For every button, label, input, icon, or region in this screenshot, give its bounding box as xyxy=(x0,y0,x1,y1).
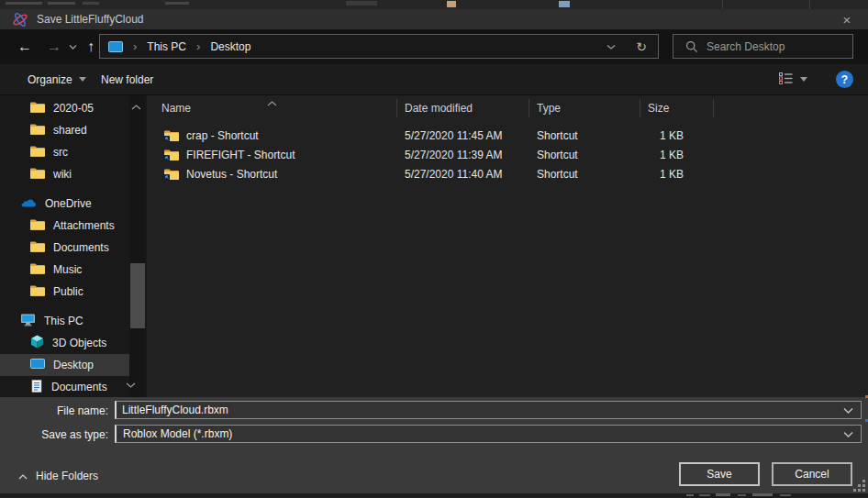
background-fragment xyxy=(699,494,710,496)
column-header-size[interactable]: Size xyxy=(648,102,669,115)
column-header-type[interactable]: Type xyxy=(537,102,561,115)
file-size: 1 KB xyxy=(592,145,684,164)
sidebar-item-label: OneDrive xyxy=(45,197,92,210)
sidebar-scrollbar-track[interactable] xyxy=(129,95,145,397)
sidebar-item-2020-05[interactable]: 2020-05 xyxy=(0,97,129,119)
cancel-button[interactable]: Cancel xyxy=(772,462,852,486)
address-dropdown-chevron-icon[interactable] xyxy=(597,44,625,50)
sidebar-item-label: Attachments xyxy=(53,219,115,232)
novetus-app-icon xyxy=(12,12,28,28)
shortcut-folder-icon xyxy=(163,164,180,183)
scroll-up-icon[interactable] xyxy=(131,100,141,113)
computer-icon xyxy=(20,314,36,329)
file-type: Shortcut xyxy=(537,164,578,183)
chevron-down-icon[interactable] xyxy=(843,431,853,437)
background-fragment xyxy=(48,2,75,5)
organize-button[interactable]: Organize xyxy=(28,64,86,94)
hide-folders-button[interactable]: Hide Folders xyxy=(18,470,98,482)
folder-tree-sidebar: 2020-05 shared src wiki OneDrive Attac xyxy=(0,95,147,397)
search-input[interactable] xyxy=(707,40,852,53)
new-folder-label: New folder xyxy=(101,73,153,86)
refresh-button[interactable]: ↻ xyxy=(625,39,658,54)
sidebar-item-src[interactable]: src xyxy=(0,141,129,163)
file-date-modified: 5/27/2020 11:40 AM xyxy=(405,164,503,183)
resize-grip-icon[interactable] xyxy=(862,489,865,492)
save-as-type-label: Save as type: xyxy=(0,428,108,441)
folder-icon xyxy=(30,146,45,160)
breadcrumb-desktop[interactable]: Desktop xyxy=(210,40,250,53)
hide-folders-label: Hide Folders xyxy=(36,470,98,482)
file-row-crap-shortcut[interactable]: crap - Shortcut 5/27/2020 11:45 AM Short… xyxy=(148,126,868,145)
background-fragment xyxy=(6,2,42,5)
3d-cube-icon xyxy=(30,335,44,351)
sidebar-item-label: Documents xyxy=(51,381,107,393)
column-divider[interactable] xyxy=(396,99,397,117)
column-divider[interactable] xyxy=(640,99,640,117)
background-divider xyxy=(722,0,723,9)
folder-icon xyxy=(30,263,45,277)
breadcrumb-separator-icon: › xyxy=(133,39,137,53)
help-button[interactable]: ? xyxy=(836,71,853,88)
back-button[interactable]: ← xyxy=(11,29,39,64)
column-header-date-modified[interactable]: Date modified xyxy=(405,102,473,115)
file-row-novetus-shortcut[interactable]: Novetus - Shortcut 5/27/2020 11:40 AM Sh… xyxy=(148,164,868,183)
sidebar-item-label: 3D Objects xyxy=(52,337,106,349)
forward-button[interactable]: → xyxy=(40,29,68,64)
save-button[interactable]: Save xyxy=(679,462,760,486)
organize-label: Organize xyxy=(28,73,72,86)
title-bar[interactable]: Save LittleFluffyCloud × xyxy=(0,9,868,29)
breadcrumb-this-pc[interactable]: This PC xyxy=(147,40,186,53)
details-view-icon xyxy=(779,72,793,87)
search-box[interactable] xyxy=(673,34,853,59)
sidebar-item-music[interactable]: Music xyxy=(0,259,129,281)
chevron-down-icon[interactable] xyxy=(843,407,853,414)
file-date-modified: 5/27/2020 11:45 AM xyxy=(405,126,503,145)
save-as-type-value: Roblox Model (*.rbxm) xyxy=(117,427,232,440)
sidebar-scrollbar-thumb[interactable] xyxy=(130,263,145,328)
column-divider[interactable] xyxy=(713,99,714,117)
resize-grip-icon[interactable] xyxy=(858,489,861,492)
sidebar-item-label: 2020-05 xyxy=(53,102,94,115)
folder-icon xyxy=(30,102,45,116)
file-name: crap - Shortcut xyxy=(186,126,259,145)
sidebar-item-3d-objects[interactable]: 3D Objects xyxy=(0,332,129,354)
background-window-top-strip xyxy=(0,0,868,9)
close-button[interactable]: × xyxy=(831,9,862,29)
resize-grip-icon[interactable] xyxy=(862,484,865,487)
sidebar-item-label: This PC xyxy=(44,315,83,327)
resize-grip-icon[interactable] xyxy=(858,484,861,487)
file-name: FIREFIGHT - Shortcut xyxy=(186,145,295,164)
column-header-name[interactable]: Name xyxy=(161,102,191,115)
sidebar-item-this-pc[interactable]: This PC xyxy=(0,310,129,332)
sidebar-item-documents[interactable]: Documents xyxy=(0,376,129,398)
sidebar-item-onedrive[interactable]: OneDrive xyxy=(0,193,129,215)
folder-icon xyxy=(30,241,45,255)
save-as-type-combobox[interactable]: Roblox Model (*.rbxm) xyxy=(115,425,862,443)
shortcut-folder-icon xyxy=(163,145,180,164)
sidebar-item-documents-onedrive[interactable]: Documents xyxy=(0,237,129,259)
sidebar-item-label: Desktop xyxy=(53,359,94,371)
file-name-input[interactable] xyxy=(117,403,861,417)
background-fragment xyxy=(346,1,377,6)
address-bar[interactable]: › This PC › Desktop ↻ xyxy=(99,34,659,59)
sidebar-item-shared[interactable]: shared xyxy=(0,119,129,141)
file-row-firefight-shortcut[interactable]: FIREFIGHT - Shortcut 5/27/2020 11:39 AM … xyxy=(148,145,868,164)
sidebar-item-wiki[interactable]: wiki xyxy=(0,163,129,185)
background-fragment xyxy=(738,494,746,496)
search-icon xyxy=(685,40,698,53)
sidebar-item-public[interactable]: Public xyxy=(0,281,129,303)
file-type: Shortcut xyxy=(537,145,578,164)
new-folder-button[interactable]: New folder xyxy=(101,64,153,94)
folder-icon xyxy=(30,285,45,299)
resize-grip-icon[interactable] xyxy=(862,480,865,482)
sidebar-item-label: Documents xyxy=(53,241,109,254)
save-dialog-window: Save LittleFluffyCloud × ← → ↑ › This PC… xyxy=(0,0,868,498)
sidebar-item-label: wiki xyxy=(53,168,72,181)
sidebar-item-attachments[interactable]: Attachments xyxy=(0,215,129,237)
chevron-down-icon xyxy=(79,77,86,82)
file-name-combobox[interactable] xyxy=(115,401,862,419)
column-divider[interactable] xyxy=(529,99,529,117)
resize-grip-icon[interactable] xyxy=(853,489,856,492)
change-view-button[interactable] xyxy=(779,64,807,94)
sidebar-item-desktop[interactable]: Desktop xyxy=(0,354,129,376)
